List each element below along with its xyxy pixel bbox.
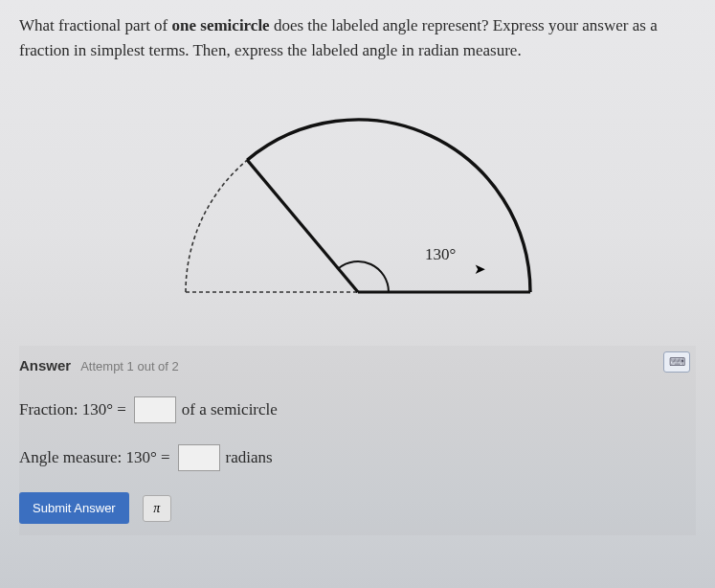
submit-button[interactable]: Submit Answer bbox=[19, 492, 129, 524]
angle-row: Angle measure: 130° = radians bbox=[19, 444, 696, 471]
button-row: Submit Answer π bbox=[19, 492, 696, 524]
answer-label: Answer bbox=[19, 357, 71, 373]
question-text: What fractional part of one semicircle d… bbox=[19, 13, 696, 62]
fraction-label: Fraction: 130° = bbox=[19, 400, 126, 419]
fraction-row: Fraction: 130° = of a semicircle bbox=[19, 396, 696, 423]
fraction-suffix: of a semicircle bbox=[182, 400, 278, 419]
question-part1: What fractional part of bbox=[19, 16, 172, 34]
fraction-input[interactable] bbox=[134, 396, 176, 423]
pi-button[interactable]: π bbox=[143, 495, 171, 522]
attempt-text: Attempt 1 out of 2 bbox=[80, 359, 179, 373]
keyboard-icon[interactable]: ⌨ bbox=[663, 351, 690, 373]
angle-input[interactable] bbox=[178, 444, 220, 471]
answer-header: Answer Attempt 1 out of 2 bbox=[19, 357, 696, 373]
semicircle-diagram: 130° bbox=[138, 81, 578, 321]
question-bold: one semicircle bbox=[172, 16, 270, 34]
diagram-container: 130° bbox=[19, 81, 696, 321]
answer-section: ⌨ Answer Attempt 1 out of 2 Fraction: 13… bbox=[19, 346, 696, 535]
angle-label: 130° bbox=[425, 245, 456, 263]
angle-measure-label: Angle measure: 130° = bbox=[19, 448, 170, 467]
angle-suffix: radians bbox=[226, 448, 273, 467]
svg-line-2 bbox=[247, 160, 358, 292]
